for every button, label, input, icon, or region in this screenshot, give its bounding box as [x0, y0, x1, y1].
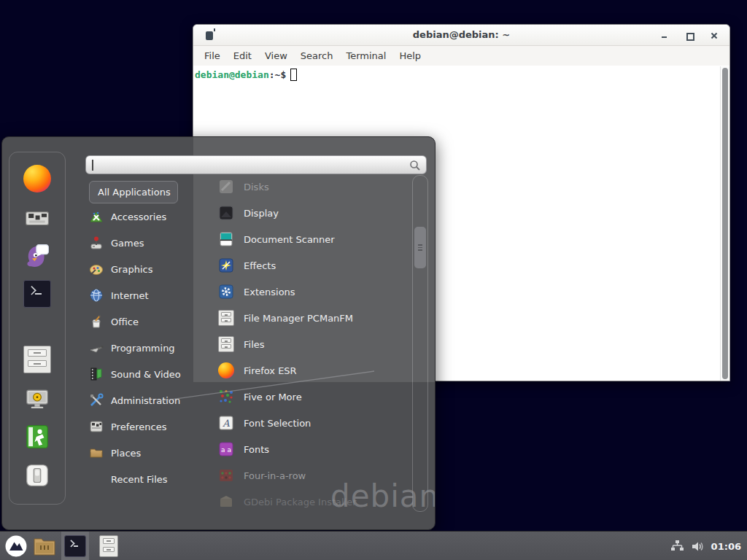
category-label: Accessories [111, 211, 166, 222]
internet-icon [89, 288, 104, 303]
category-recent-files[interactable]: Recent Files [89, 466, 198, 492]
terminal-titlebar[interactable]: debian@debian: ~ [193, 25, 729, 46]
disks-icon [218, 179, 234, 195]
network-icon[interactable] [670, 540, 684, 553]
settings-panel-icon[interactable] [23, 204, 51, 232]
category-accessories[interactable]: Accessories [89, 203, 198, 230]
font-selection-icon: A [218, 415, 234, 431]
category-label: Administration [111, 395, 180, 406]
menu-view[interactable]: View [265, 50, 287, 61]
category-label: Programming [111, 343, 175, 354]
app-label: Display [244, 208, 279, 219]
filter-all-applications[interactable]: All Applications [89, 181, 178, 203]
app-item-effects[interactable]: Effects [205, 252, 414, 279]
games-icon [89, 236, 104, 250]
applications-menu-button[interactable] [3, 532, 29, 560]
text-caret [92, 160, 93, 171]
menu-file[interactable]: File [204, 50, 220, 61]
file-cabinet-icon [218, 310, 234, 326]
app-label: Extensions [244, 287, 295, 298]
menu-edit[interactable]: Edit [233, 50, 252, 61]
terminal-icon[interactable] [23, 280, 51, 308]
category-graphics[interactable]: Graphics [89, 256, 198, 282]
app-label: Files [244, 339, 265, 350]
app-item-five-or-more[interactable]: Five or More [205, 384, 414, 410]
search-input[interactable] [86, 156, 426, 174]
app-item-document-scanner[interactable]: Document Scanner [205, 226, 414, 252]
minimize-button[interactable] [659, 31, 670, 41]
close-button[interactable] [709, 31, 719, 41]
file-cabinet-icon[interactable] [23, 346, 51, 373]
five-or-more-icon [218, 389, 234, 405]
fonts-icon: a a [218, 441, 234, 457]
effects-icon [218, 257, 234, 273]
category-sound-video[interactable]: Sound & Video [89, 361, 198, 387]
menu-terminal[interactable]: Terminal [346, 50, 386, 61]
places-folder-icon [89, 446, 104, 460]
app-item-files[interactable]: Files [205, 331, 414, 357]
display-icon [218, 205, 234, 221]
app-item-extensions[interactable]: Extensions [205, 279, 414, 305]
administration-icon [89, 393, 104, 408]
firefox-icon[interactable] [23, 165, 51, 192]
shell-prompt: debian@debian:~$ [195, 69, 720, 81]
maximize-button[interactable] [684, 31, 694, 41]
app-item-firefox-esr[interactable]: Firefox ESR [205, 357, 414, 384]
app-label: Disks [244, 182, 269, 192]
terminal-scrollbar-thumb[interactable] [722, 68, 728, 379]
app-label: GDebi Package Installer [244, 497, 357, 508]
app-item-disks[interactable]: Disks [205, 174, 414, 200]
app-item-file-manager-pcmanfm[interactable]: File Manager PCManFM [205, 305, 414, 331]
category-programming[interactable]: Programming [89, 335, 198, 361]
app-item-four-in-a-row[interactable]: Four-in-a-row [205, 462, 414, 489]
category-office[interactable]: Office [89, 308, 198, 335]
category-preferences[interactable]: Preferences [89, 413, 198, 440]
accessories-icon [89, 209, 104, 224]
search-icon [409, 160, 421, 171]
clock[interactable]: 01:06 [711, 541, 741, 552]
category-games[interactable]: Games [89, 230, 198, 256]
app-label: Firefox ESR [244, 365, 297, 376]
prompt-path: :~$ [269, 69, 286, 80]
document-scanner-icon [218, 231, 234, 247]
terminal-cursor [290, 69, 297, 81]
taskbar-files-button[interactable] [95, 532, 123, 560]
extensions-icon [218, 284, 234, 300]
app-item-fonts[interactable]: a a Fonts [205, 436, 414, 462]
category-label: Sound & Video [111, 369, 181, 380]
terminal-icon [64, 535, 86, 557]
volume-icon[interactable] [691, 540, 705, 553]
app-list-scrollbar-thumb[interactable] [414, 227, 426, 268]
app-item-font-selection[interactable]: A Font Selection [205, 410, 414, 436]
taskbar-terminal-button[interactable] [61, 532, 89, 560]
prompt-user-host: debian@debian [195, 69, 269, 80]
svg-text:A: A [222, 418, 230, 429]
screensaver-icon[interactable] [23, 385, 51, 413]
category-label: Recent Files [111, 474, 168, 485]
system-tray: 01:06 [670, 532, 741, 560]
app-list-scrollbar[interactable] [412, 175, 428, 512]
category-internet[interactable]: Internet [89, 282, 198, 308]
logout-icon[interactable] [23, 423, 51, 451]
firefox-icon [218, 362, 234, 378]
app-item-display[interactable]: Display [205, 200, 414, 226]
app-label: Fonts [244, 444, 269, 455]
shutdown-icon[interactable] [23, 462, 51, 489]
menu-search[interactable]: Search [301, 50, 333, 61]
terminal-scrollbar[interactable] [720, 66, 729, 381]
taskbar: 01:06 [0, 531, 747, 560]
app-label: Five or More [244, 392, 302, 402]
sound-video-icon [89, 367, 104, 381]
recent-files-spacer [89, 472, 104, 486]
menu-search-box[interactable] [85, 155, 427, 174]
pidgin-icon[interactable] [23, 242, 51, 270]
category-administration[interactable]: Administration [89, 387, 198, 413]
category-places[interactable]: Places [89, 440, 198, 466]
menu-help[interactable]: Help [399, 50, 421, 61]
application-list: Disks Display Document Scanner Effects E… [205, 174, 414, 515]
taskbar-file-manager-button[interactable] [31, 532, 58, 560]
file-cabinet-icon [99, 535, 118, 557]
app-item-gdebi-package-installer[interactable]: GDebi Package Installer [205, 489, 414, 515]
category-label: Graphics [111, 264, 152, 275]
app-label: Font Selection [244, 418, 311, 429]
